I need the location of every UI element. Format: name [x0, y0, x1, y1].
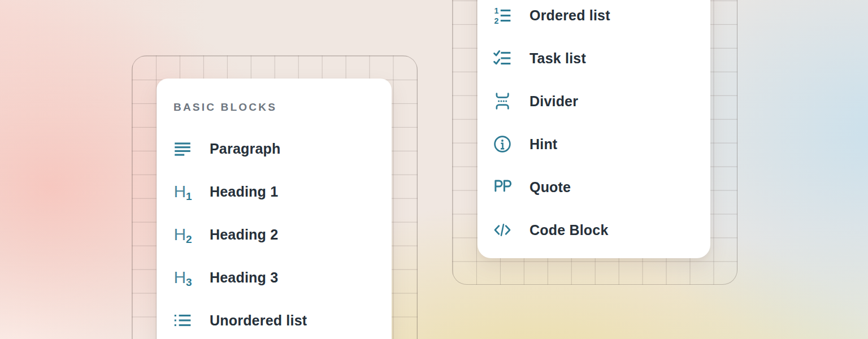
heading-1-icon: H1	[172, 181, 193, 202]
quote-icon	[492, 177, 513, 197]
block-item-unordered-list[interactable]: Unordered list	[157, 299, 392, 339]
unordered-list-icon	[172, 310, 193, 331]
block-item-quote[interactable]: Quote	[478, 166, 710, 208]
block-item-label: Divider	[530, 93, 578, 110]
block-item-label: Unordered list	[210, 312, 307, 329]
ordered-list-icon: 1 2	[492, 5, 513, 25]
svg-text:1: 1	[494, 6, 498, 15]
block-item-divider[interactable]: Divider	[478, 80, 710, 123]
heading-2-icon: H2	[172, 224, 193, 245]
block-item-label: Quote	[530, 179, 571, 195]
block-item-code-block[interactable]: Code Block	[478, 208, 710, 251]
block-item-label: Hint	[530, 136, 557, 153]
block-item-paragraph[interactable]: Paragraph	[157, 127, 392, 170]
block-item-hint[interactable]: Hint	[478, 123, 710, 166]
block-item-label: Heading 2	[210, 227, 278, 243]
block-item-task-list[interactable]: Task list	[478, 37, 710, 80]
block-item-label: Paragraph	[210, 141, 280, 157]
block-item-label: Code Block	[530, 222, 609, 238]
block-item-label: Task list	[530, 50, 586, 67]
basic-blocks-menu-card: BASIC BLOCKS Paragraph H1 Heading 1 H2 H…	[157, 79, 392, 339]
blocks-menu-card-continued: 1 2 Ordered list Task list Divider	[478, 0, 710, 258]
divider-icon	[492, 91, 513, 111]
section-label-basic-blocks: BASIC BLOCKS	[173, 101, 392, 114]
code-block-icon	[492, 220, 513, 240]
task-list-icon	[492, 48, 513, 68]
background-gradient	[0, 0, 868, 339]
block-item-label: Ordered list	[530, 7, 610, 24]
basic-blocks-item-list: Paragraph H1 Heading 1 H2 Heading 2 H3 H…	[157, 127, 392, 339]
paragraph-icon	[172, 138, 193, 159]
hint-icon	[492, 134, 513, 154]
svg-text:2: 2	[494, 16, 498, 25]
blocks-item-list: 1 2 Ordered list Task list Divider	[478, 0, 710, 251]
block-item-heading-1[interactable]: H1 Heading 1	[157, 170, 392, 213]
block-item-heading-2[interactable]: H2 Heading 2	[157, 213, 392, 256]
heading-3-icon: H3	[172, 267, 193, 288]
block-item-label: Heading 3	[210, 270, 278, 286]
block-item-ordered-list[interactable]: 1 2 Ordered list	[478, 0, 710, 37]
block-item-label: Heading 1	[210, 184, 278, 200]
block-item-heading-3[interactable]: H3 Heading 3	[157, 256, 392, 299]
